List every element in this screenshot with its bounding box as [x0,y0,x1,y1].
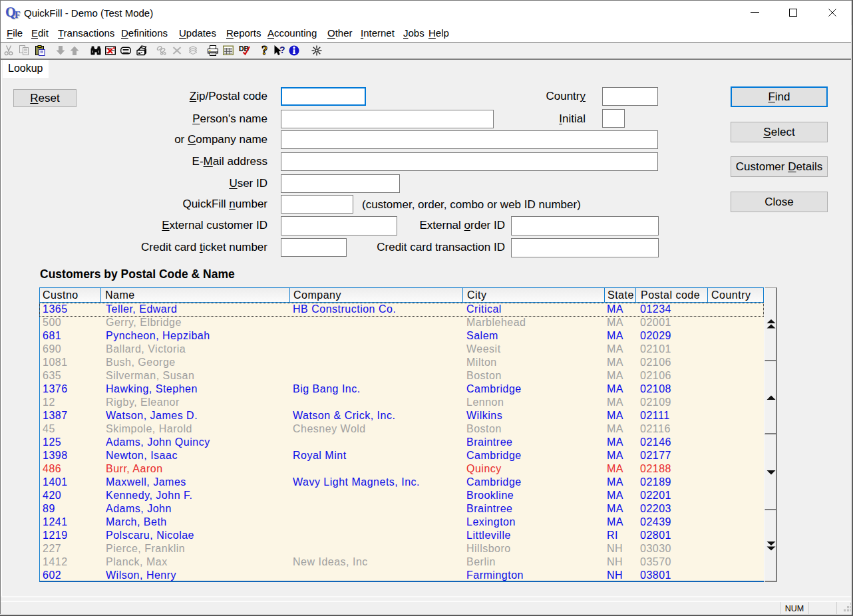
svg-text:?: ? [261,45,267,56]
svg-text:?: ? [279,45,285,55]
